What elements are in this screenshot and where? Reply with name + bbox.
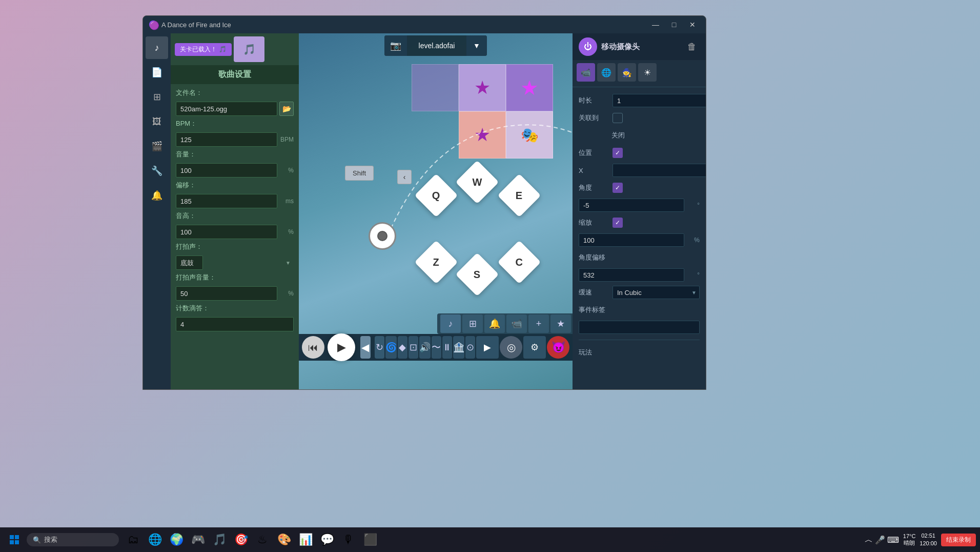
play-button[interactable]: ▶ [328,333,355,361]
key-s-button[interactable]: S [456,253,499,297]
close-button[interactable]: ✕ [685,19,700,30]
tool-volume-button[interactable]: 🔊 [419,336,431,359]
taskbar-ps-icon[interactable]: 🎨 [274,529,294,550]
angle-offset-input[interactable] [579,268,684,282]
beat-sound-select[interactable]: 底鼓 Hi-hat Snare [176,255,203,270]
sidebar-camera-icon[interactable]: 🎬 [146,135,168,157]
related-checkbox[interactable] [612,113,623,123]
pitch-input[interactable] [176,225,277,239]
minimize-button[interactable]: — [648,19,663,30]
beat-volume-input[interactable] [176,286,277,301]
window-content: ♪ 📄 ⊞ 🖼 🎬 🔧 🔔 关卡已载入！ 🎵 🎵 歌曲设置 文件名： [143,33,706,389]
taskbar-game-icon[interactable]: 🎯 [231,529,251,550]
loaded-text: 关卡已载入！ [180,45,217,54]
tool-circle-button[interactable]: ⊙ [465,336,475,359]
taskbar-apps: 🗂 🌐 🌍 🎮 🎵 🎯 ♨ 🎨 📊 💬 🎙 ⬛ [123,529,863,550]
sidebar-wrench-icon[interactable]: 🔧 [146,160,168,182]
taskbar-kook-icon[interactable]: 🎙 [338,529,359,550]
tool-grid-button[interactable]: ⊡ [409,336,418,359]
divider-1 [573,87,706,87]
tool-safe-button[interactable]: 🏦 [453,336,464,359]
toolbar-settings-right[interactable]: ⚙ [523,336,546,359]
panel-camera-icon-btn[interactable]: 📹 [577,63,595,82]
angle-checkbox[interactable]: ✓ [612,183,623,193]
zoom-checkbox[interactable]: ✓ [612,218,623,228]
keyboard-icon[interactable]: ⌨ [887,535,899,545]
offset-suffix: ms [279,198,294,205]
countdown-input[interactable] [176,317,294,331]
ease-select[interactable]: In Cubic Out Cubic In Out Cubic Linear I… [612,286,700,299]
filename-input[interactable] [176,102,277,116]
level-dropdown-button[interactable]: ▼ [466,35,487,56]
taskbar-search[interactable]: 🔍 搜索 [27,533,119,546]
key-c-button[interactable]: C [498,241,541,284]
rewind-button[interactable]: ⏮ [302,336,324,359]
related-value: 关闭 [579,131,625,140]
tool-spiral-button[interactable]: 🌀 [385,336,397,359]
arrow-button[interactable]: ‹ [397,170,412,184]
key-e-button[interactable]: E [498,174,541,218]
position-checkbox[interactable]: ✓ [612,148,623,158]
camera-capture-button[interactable]: 📷 [384,35,407,56]
angle-input[interactable] [579,199,684,212]
key-z-button[interactable]: Z [415,241,458,284]
tool-wave-button[interactable]: 〜 [432,336,441,359]
taskbar-world-icon[interactable]: 🌍 [166,529,187,550]
mic-icon[interactable]: 🎤 [875,535,885,545]
canvas-top-bar: 📷 level.adofai ▼ [299,33,573,58]
taskbar-last-icon[interactable]: ⬛ [360,529,380,550]
taskbar-files-icon[interactable]: 🗂 [123,529,144,550]
bpm-row: BPM [176,132,294,147]
panel-char-icon-btn[interactable]: 🧙 [618,63,636,82]
toolbar-play-right[interactable]: ▶ [476,336,499,359]
toolbar-circle-right[interactable]: ◎ [500,336,522,359]
toolbar-red-circle[interactable]: 😈 [547,336,569,359]
sidebar-image-icon[interactable]: 🖼 [146,110,168,133]
back-arrow-button[interactable]: ◀ [360,336,371,359]
x-input[interactable] [612,164,706,177]
shift-button[interactable]: Shift [345,166,374,181]
second-tool-bell[interactable]: 🔔 [484,314,505,333]
bpm-input[interactable] [176,132,277,147]
record-stop-button[interactable]: 结束录制 [941,534,976,546]
second-tool-grid[interactable]: ⊞ [462,314,483,333]
taskbar-tiktok-icon[interactable]: 🎵 [209,529,230,550]
taskbar-steam-icon[interactable]: ♨ [252,529,273,550]
zoom-input[interactable] [579,233,684,247]
taskbar-ie-icon[interactable]: 🌐 [145,529,165,550]
settings-form: 文件名： 📂 BPM： BPM 音量： % 偏移： [171,84,299,389]
panel-sun-icon-btn[interactable]: ☀ [638,63,657,82]
taskbar-wechat-icon[interactable]: 💬 [317,529,337,550]
volume-input[interactable] [176,163,277,178]
sidebar-music-icon[interactable]: ♪ [146,36,168,59]
sidebar-grid-icon[interactable]: ⊞ [146,86,168,108]
tool-pause-button[interactable]: ⏸ [442,336,452,359]
circle-target-left[interactable] [369,222,396,250]
panel-globe-icon-btn[interactable]: 🌐 [597,63,616,82]
chevron-up-icon[interactable]: ︿ [865,535,873,545]
maximize-button[interactable]: □ [667,19,681,30]
start-button[interactable] [4,529,25,550]
second-tool-music[interactable]: ♪ [440,314,461,333]
tool-rotate-button[interactable]: ↻ [375,336,384,359]
sidebar-bell-icon[interactable]: 🔔 [146,184,168,207]
player-controls: ⏮ ▶ [302,333,355,361]
taskbar-ea-icon[interactable]: 🎮 [188,529,208,550]
file-browse-button[interactable]: 📂 [279,102,294,116]
tool-diamond-button[interactable]: ◆ [398,336,407,359]
duration-input[interactable] [612,94,706,107]
event-tag-input[interactable] [579,321,700,334]
pitch-row: % [176,225,294,239]
key-w-button[interactable]: W [456,161,499,204]
sidebar-doc-icon[interactable]: 📄 [146,61,168,84]
key-q-button[interactable]: Q [415,174,458,218]
svg-rect-2 [10,540,14,544]
delete-button[interactable]: 🗑 [684,39,700,54]
second-tool-camera[interactable]: 📹 [506,314,527,333]
taskbar-app8-icon[interactable]: 📊 [295,529,316,550]
offset-input[interactable] [176,194,277,208]
second-tool-star[interactable]: ★ [550,314,571,333]
countdown-row [176,317,294,331]
camera-power-button[interactable]: ⏻ [579,37,597,56]
second-tool-plus[interactable]: + [528,314,549,333]
